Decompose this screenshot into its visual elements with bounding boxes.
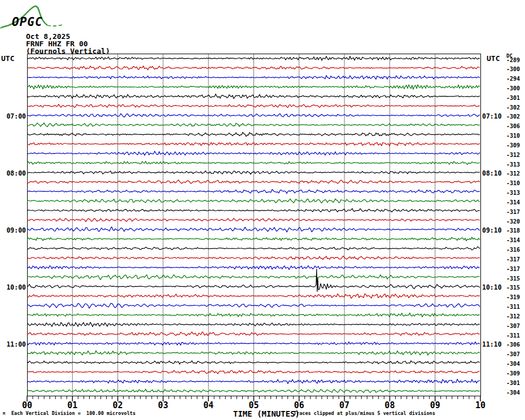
helicorder-page: OPGC Oct 8,2025 FRNF HHZ FR 00 (Fournols… <box>0 0 525 420</box>
hour-label-right: 10:10 <box>482 283 502 291</box>
axis-tick-label: 07 <box>339 400 349 410</box>
dc-value: -304 <box>506 390 520 396</box>
axis-tick-label: 02 <box>113 400 123 410</box>
hour-label-right: 09:10 <box>482 226 502 234</box>
hour-label-left: 11:00 <box>6 340 26 348</box>
dc-value: -320 <box>506 218 520 225</box>
dc-value: -301 <box>506 380 520 386</box>
dc-value: -300 <box>506 66 520 72</box>
hour-label-left: 10:00 <box>6 283 26 291</box>
axis-tick-label: 10 <box>475 400 485 410</box>
dc-value: -309 <box>506 370 520 377</box>
scale-footnote: Each Vertical Division = 100.00 microvol… <box>11 410 135 416</box>
dc-value: -316 <box>506 247 520 253</box>
dc-value: -302 <box>506 104 520 111</box>
dc-value: -312 <box>506 152 520 158</box>
signature-mark: M <box>3 412 5 416</box>
axis-tick-label: 04 <box>203 400 213 410</box>
dc-value: -311 <box>506 304 520 310</box>
dc-value: -313 <box>506 190 520 196</box>
hour-label-right: 08:10 <box>482 169 502 177</box>
dc-value: -307 <box>506 351 520 357</box>
dc-value: -311 <box>506 333 520 339</box>
axis-tick-label: 00 <box>22 400 32 410</box>
dc-value: -301 <box>506 95 520 101</box>
hour-label-right: 07:10 <box>482 112 502 120</box>
hour-label-right: 11:10 <box>482 340 502 348</box>
dc-value: -318 <box>506 228 520 234</box>
dc-value: -312 <box>506 313 520 320</box>
clip-footnote: Traces clipped at plus/minus 5 vertical … <box>294 410 435 416</box>
hour-label-left: 08:00 <box>6 169 26 177</box>
axis-tick-label: 01 <box>67 400 77 410</box>
dc-value: -313 <box>506 161 520 168</box>
dc-value: -309 <box>506 142 520 148</box>
dc-value: -315 <box>506 275 520 282</box>
dc-value: -314 <box>506 199 520 205</box>
hour-label-left: 09:00 <box>6 226 26 234</box>
dc-value: -315 <box>506 285 520 291</box>
dc-value: -317 <box>506 209 520 215</box>
dc-value: -314 <box>506 237 520 243</box>
hour-label-left: 07:00 <box>6 112 26 120</box>
dc-value: -304 <box>506 361 520 367</box>
dc-value: -300 <box>506 85 520 91</box>
axis-tick-label: 09 <box>430 400 440 410</box>
dc-value: -306 <box>506 123 520 129</box>
dc-value: -302 <box>506 113 520 120</box>
axis-tick-label: 03 <box>158 400 168 410</box>
dc-value: -310 <box>506 180 520 186</box>
dc-value: -319 <box>506 294 520 300</box>
dc-value: -306 <box>506 342 520 348</box>
dc-value: -317 <box>506 266 520 272</box>
dc-value: -317 <box>506 256 520 262</box>
dc-value: -310 <box>506 133 520 139</box>
dc-value: -289 <box>506 57 520 63</box>
axis-tick-label: 08 <box>384 400 395 410</box>
x-axis-title: TIME (MINUTES) <box>233 409 300 418</box>
dc-value: -312 <box>506 170 520 177</box>
dc-value: -307 <box>506 323 520 329</box>
helicorder-plot: 000102030405060708091007:0008:0009:0010:… <box>0 0 525 420</box>
dc-value: -294 <box>506 76 520 82</box>
